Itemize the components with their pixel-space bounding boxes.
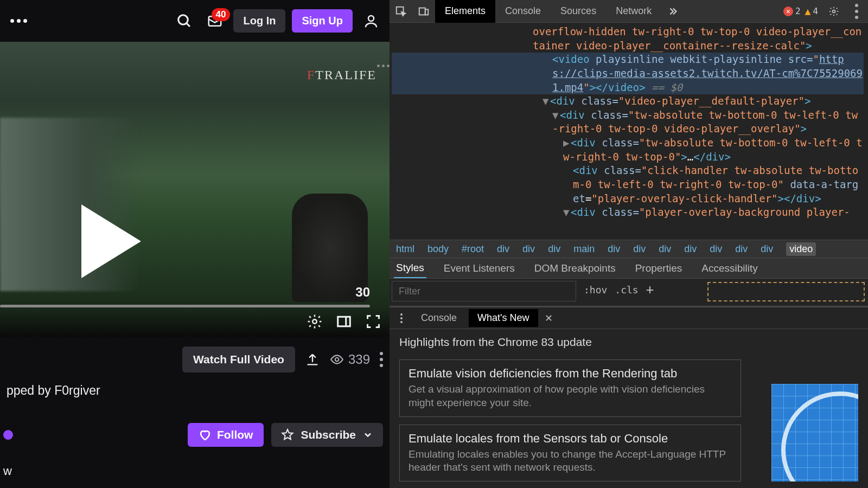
- breadcrumb-item[interactable]: #root: [462, 243, 484, 255]
- svg-point-7: [335, 358, 339, 362]
- more-tabs-button[interactable]: [661, 0, 684, 23]
- tab-accessibility[interactable]: Accessibility: [699, 259, 760, 278]
- feature-card[interactable]: Emulate vision deficiencies from the Ren…: [399, 359, 741, 416]
- video-thumbnail: [0, 42, 390, 337]
- channel-avatar[interactable]: [3, 430, 13, 440]
- dom-tree[interactable]: overflow-hidden tw-right-0 tw-top-0 vide…: [390, 23, 868, 240]
- hov-toggle[interactable]: :hov: [584, 284, 607, 296]
- styles-filter-input[interactable]: [392, 281, 576, 301]
- breadcrumb-item[interactable]: div: [735, 243, 748, 255]
- channel-watermark: FTRALIFE: [307, 68, 376, 82]
- play-button[interactable]: [81, 204, 141, 278]
- svg-point-3: [368, 16, 374, 21]
- drawer-tabs: Console What's New ✕: [390, 307, 868, 329]
- devtools-menu-button[interactable]: [845, 0, 868, 23]
- box-model-diagram[interactable]: [707, 282, 865, 301]
- kebab-icon: [855, 4, 858, 19]
- breadcrumb-item[interactable]: div: [761, 243, 773, 255]
- tab-elements[interactable]: Elements: [435, 0, 495, 23]
- dom-breadcrumb[interactable]: htmlbody#rootdivdivdivmaindivdivdivdivdi…: [390, 240, 868, 258]
- clip-info: Watch Full Video 339 pped by F0rgiver Fo…: [0, 337, 390, 488]
- breadcrumb-item[interactable]: main: [573, 243, 595, 255]
- inspect-icon: [395, 5, 407, 17]
- svg-line-1: [187, 23, 190, 26]
- dom-node[interactable]: overflow-hidden tw-right-0 tw-top-0 vide…: [392, 25, 864, 53]
- error-count[interactable]: ✕ 2: [783, 6, 801, 16]
- breadcrumb-item[interactable]: div: [684, 243, 697, 255]
- play-icon: [81, 204, 141, 278]
- tab-dom-breakpoints[interactable]: DOM Breakpoints: [532, 259, 618, 278]
- new-style-button[interactable]: +: [646, 283, 654, 296]
- theatre-icon: [336, 313, 352, 330]
- fullscreen-button[interactable]: [363, 312, 383, 331]
- more-menu-button[interactable]: [7, 9, 30, 33]
- settings-button[interactable]: [305, 312, 324, 331]
- device-icon: [418, 5, 430, 17]
- dom-node-selected[interactable]: <video playsinline webkit-playsinline sr…: [392, 53, 864, 94]
- breadcrumb-item[interactable]: div: [522, 243, 535, 255]
- dom-node[interactable]: ▶<div class="tw-absolute tw-bottom-0 tw-…: [392, 136, 864, 164]
- device-toolbar-button[interactable]: [412, 0, 435, 23]
- dom-node[interactable]: ▼<div class="video-player__default-playe…: [392, 94, 864, 108]
- warning-count[interactable]: ▲ 4: [805, 5, 818, 17]
- breadcrumb-item[interactable]: div: [659, 243, 671, 255]
- seek-bar[interactable]: [0, 305, 370, 307]
- view-count-value: 339: [348, 352, 370, 367]
- signup-button[interactable]: Sign Up: [292, 9, 353, 33]
- tab-event-listeners[interactable]: Event Listeners: [442, 259, 517, 278]
- dom-node[interactable]: ▼<div class="player-overlay-background p…: [392, 206, 864, 220]
- breadcrumb-item[interactable]: body: [427, 243, 449, 255]
- dom-node[interactable]: <div class="click-handler tw-absolute tw…: [392, 164, 864, 206]
- devtools-drawer: Console What's New ✕ Highlights from the…: [390, 306, 868, 488]
- duration-label: 30: [355, 285, 370, 300]
- tab-styles[interactable]: Styles: [394, 259, 426, 278]
- theatre-mode-button[interactable]: [334, 312, 354, 331]
- inbox-button[interactable]: 40: [203, 9, 227, 33]
- video-player[interactable]: FTRALIFE 30: [0, 42, 390, 337]
- twitch-app: 40 Log In Sign Up FTRALIFE 30: [0, 0, 390, 488]
- breadcrumb-item[interactable]: html: [396, 243, 414, 255]
- watch-full-video-button[interactable]: Watch Full Video: [182, 346, 295, 373]
- close-tab-button[interactable]: ✕: [541, 312, 556, 324]
- subscribe-button[interactable]: Subscribe: [271, 423, 383, 447]
- styles-pane: :hov .cls +: [390, 279, 868, 306]
- follow-button[interactable]: Follow: [188, 423, 264, 447]
- svg-rect-10: [425, 9, 429, 15]
- styles-pane-tabs: Styles Event Listeners DOM Breakpoints P…: [390, 258, 868, 279]
- feature-card[interactable]: Emulate locales from the Sensors tab or …: [399, 425, 741, 481]
- breadcrumb-item[interactable]: div: [633, 243, 646, 255]
- search-button[interactable]: [173, 9, 196, 33]
- user-menu-button[interactable]: [359, 9, 383, 33]
- drawer-menu-button[interactable]: [394, 313, 409, 323]
- breadcrumb-item[interactable]: video: [786, 242, 816, 256]
- twitch-header: 40 Log In Sign Up: [0, 0, 390, 42]
- breadcrumb-item[interactable]: div: [497, 243, 509, 255]
- login-button[interactable]: Log In: [233, 9, 285, 33]
- clipped-by-label: pped by F0rgiver: [7, 383, 383, 398]
- drawer-tab-whatsnew[interactable]: What's New: [469, 309, 538, 327]
- breadcrumb-item[interactable]: div: [710, 243, 722, 255]
- heart-icon: [199, 428, 212, 441]
- devtools-toolbar: Elements Console Sources Network ✕ 2 ▲ 4: [390, 0, 868, 23]
- breadcrumb-item[interactable]: div: [548, 243, 560, 255]
- follow-label: Follow: [217, 428, 253, 441]
- tab-properties[interactable]: Properties: [633, 259, 685, 278]
- eye-icon: [330, 352, 344, 367]
- inspect-element-button[interactable]: [390, 0, 412, 23]
- breadcrumb-item[interactable]: div: [608, 243, 620, 255]
- kebab-icon: [380, 352, 383, 367]
- chevrons-right-icon: [667, 5, 679, 17]
- feature-desc: Get a visual approximation of how people…: [409, 383, 732, 409]
- devtools-settings-button[interactable]: [822, 0, 845, 23]
- more-options-button[interactable]: [380, 352, 383, 367]
- share-button[interactable]: [305, 352, 320, 367]
- tab-network[interactable]: Network: [606, 0, 661, 23]
- dom-node[interactable]: ▼<div class="tw-absolute tw-bottom-0 tw-…: [392, 108, 864, 136]
- search-icon: [176, 13, 193, 29]
- cls-toggle[interactable]: .cls: [615, 284, 638, 296]
- drawer-tab-console[interactable]: Console: [412, 309, 465, 327]
- feature-title: Emulate locales from the Sensors tab or …: [409, 432, 732, 446]
- player-controls: [7, 309, 383, 335]
- tab-sources[interactable]: Sources: [551, 0, 606, 23]
- tab-console[interactable]: Console: [495, 0, 551, 23]
